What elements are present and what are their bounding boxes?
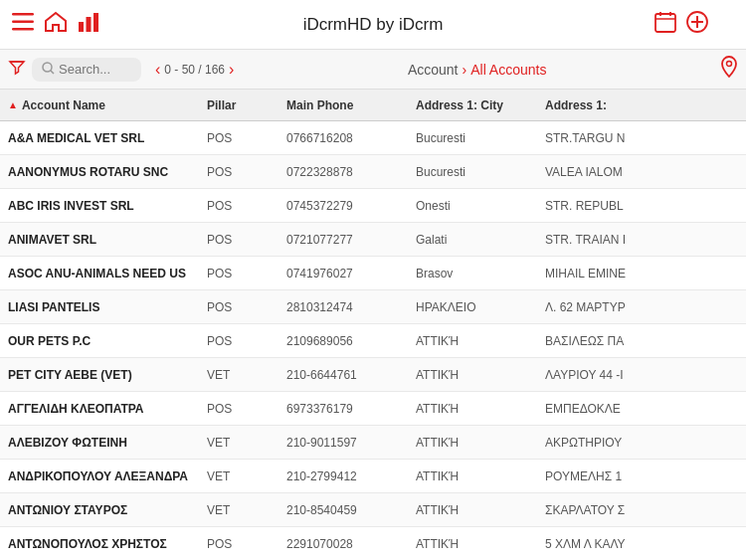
cell-city: ΑΤΤΙΚΉ	[416, 469, 545, 483]
cell-account-name: ΑΛΕΒΙΖΟΥ ΦΩΤΕΙΝΗ	[8, 436, 207, 450]
col-header-city[interactable]: Address 1: City	[416, 98, 545, 112]
cell-phone: 2109689056	[286, 334, 416, 348]
table-row[interactable]: ABC IRIS INVEST SRL POS 0745372279 Onest…	[0, 189, 746, 223]
cell-pillar: POS	[207, 267, 286, 280]
table-body: A&A MEDICAL VET SRL POS 0766716208 Bucur…	[0, 121, 746, 560]
cell-city: Onesti	[416, 199, 545, 213]
cell-city: Bucuresti	[416, 131, 545, 145]
cell-address: ΒΑΣΙΛΕΩΣ ΠΑ	[545, 334, 738, 348]
search-input[interactable]	[59, 62, 138, 77]
col-header-address[interactable]: Address 1:	[545, 98, 738, 112]
table-row[interactable]: ΑΝΔΡΙΚΟΠΟΥΛΟΥ ΑΛΕΞΑΝΔΡΑ VET 210-2799412 …	[0, 460, 746, 493]
cell-address: ΑΚΡΩΤΗΡΙΟΥ	[545, 436, 738, 450]
pagination: ‹ 0 - 50 / 166 ›	[155, 61, 234, 79]
breadcrumb: Account › All Accounts	[240, 62, 714, 78]
calendar-icon[interactable]	[654, 11, 676, 38]
pagination-text: 0 - 50 / 166	[164, 63, 225, 77]
top-nav-bar: iDcrmHD by iDcrm	[0, 0, 746, 50]
cell-account-name: ΑΓΓΕΛΙΔΗ ΚΛΕΟΠΑΤΡΑ	[8, 402, 207, 416]
table-row[interactable]: OUR PETS P.C POS 2109689056 ΑΤΤΙΚΉ ΒΑΣΙΛ…	[0, 324, 746, 358]
next-page-button[interactable]: ›	[229, 61, 234, 79]
cell-phone: 0766716208	[286, 131, 416, 145]
cell-pillar: POS	[207, 199, 286, 213]
cell-phone: 0741976027	[286, 267, 416, 280]
home-icon[interactable]	[44, 11, 68, 38]
cell-city: ΑΤΤΙΚΉ	[416, 537, 545, 551]
cell-phone: 6973376179	[286, 402, 416, 416]
svg-point-14	[43, 63, 52, 72]
cell-pillar: VET	[207, 368, 286, 382]
table-row[interactable]: ΑΝΤΩΝΟΠΟΥΛΟΣ ΧΡΗΣΤΟΣ POS 2291070028 ΑΤΤΙ…	[0, 527, 746, 560]
filter-bar: ‹ 0 - 50 / 166 › Account › All Accounts	[0, 50, 746, 90]
svg-line-15	[51, 71, 54, 74]
cell-account-name: ASOC ANU-ANIMALS NEED US	[8, 267, 207, 280]
table-row[interactable]: PET CITY AEBE (VET) VET 210-6644761 ΑΤΤΙ…	[0, 358, 746, 392]
svg-rect-1	[12, 21, 34, 24]
cell-phone: 210-2799412	[286, 469, 416, 483]
cell-account-name: A&A MEDICAL VET SRL	[8, 131, 207, 145]
svg-rect-2	[12, 28, 34, 31]
cell-phone: 210-9011597	[286, 436, 416, 450]
table-row[interactable]: A&A MEDICAL VET SRL POS 0766716208 Bucur…	[0, 121, 746, 155]
cell-pillar: POS	[207, 334, 286, 348]
cell-pillar: POS	[207, 233, 286, 247]
search-icon	[42, 62, 55, 78]
cell-address: Λ. 62 ΜΑΡΤΥΡ	[545, 300, 738, 314]
cell-phone: 210-8540459	[286, 503, 416, 517]
cell-account-name: LIASI PANTELIS	[8, 300, 207, 314]
cell-address: ΣΚΑΡΛΑΤΟΥ Σ	[545, 503, 738, 517]
table-row[interactable]: AANONYMUS ROTARU SNC POS 0722328878 Bucu…	[0, 155, 746, 189]
table-row[interactable]: ANIMAVET SRL POS 0721077277 Galati STR. …	[0, 223, 746, 257]
nav-left	[12, 11, 92, 38]
col-header-account-name[interactable]: ▲ Account Name	[8, 98, 207, 112]
cell-account-name: ΑΝΤΩΝΙΟΥ ΣΤΑΥΡΟΣ	[8, 503, 207, 517]
cell-phone: 2291070028	[286, 537, 416, 551]
cell-account-name: ΑΝΔΡΙΚΟΠΟΥΛΟΥ ΑΛΕΞΑΝΔΡΑ	[8, 469, 207, 483]
cell-account-name: OUR PETS P.C	[8, 334, 207, 348]
add-icon[interactable]	[686, 11, 708, 38]
cell-phone: 2810312474	[286, 300, 416, 314]
prev-page-button[interactable]: ‹	[155, 61, 160, 79]
app-title: iDcrmHD by iDcrm	[92, 15, 654, 35]
svg-rect-3	[79, 22, 84, 32]
cell-city: ΑΤΤΙΚΉ	[416, 402, 545, 416]
cell-address: STR. REPUBL	[545, 199, 738, 213]
cell-phone: 0745372279	[286, 199, 416, 213]
menu-icon[interactable]	[12, 13, 34, 36]
cell-address: ΕΜΠΕΔΟΚΛΕ	[545, 402, 738, 416]
search-box[interactable]	[32, 58, 141, 82]
cell-address: 5 ΧΛΜ Λ ΚΑΛΥ	[545, 537, 738, 551]
cell-account-name: PET CITY AEBE (VET)	[8, 368, 207, 382]
svg-rect-6	[655, 14, 675, 32]
table-row[interactable]: ΑΛΕΒΙΖΟΥ ΦΩΤΕΙΝΗ VET 210-9011597 ΑΤΤΙΚΉ …	[0, 426, 746, 460]
breadcrumb-parent[interactable]: Account	[408, 62, 459, 78]
cell-city: Bucuresti	[416, 165, 545, 179]
nav-right	[654, 11, 734, 38]
cell-account-name: ABC IRIS INVEST SRL	[8, 199, 207, 213]
cell-account-name: AANONYMUS ROTARU SNC	[8, 165, 207, 179]
sort-icon: ▲	[8, 99, 18, 110]
cell-phone: 210-6644761	[286, 368, 416, 382]
cell-pillar: POS	[207, 300, 286, 314]
location-icon[interactable]	[720, 56, 738, 83]
cell-phone: 0721077277	[286, 233, 416, 247]
cell-city: Galati	[416, 233, 545, 247]
table-row[interactable]: LIASI PANTELIS POS 2810312474 ΗΡΑΚΛΕΙΟ Λ…	[0, 290, 746, 324]
cell-address: ΡΟΥΜΕΛΗΣ 1	[545, 469, 738, 483]
svg-point-16	[727, 62, 732, 67]
cell-city: Brasov	[416, 267, 545, 280]
cell-pillar: POS	[207, 131, 286, 145]
cell-phone: 0722328878	[286, 165, 416, 179]
cell-city: ΑΤΤΙΚΉ	[416, 368, 545, 382]
cell-account-name: ANIMAVET SRL	[8, 233, 207, 247]
col-header-pillar[interactable]: Pillar	[207, 98, 286, 112]
table-row[interactable]: ΑΓΓΕΛΙΔΗ ΚΛΕΟΠΑΤΡΑ POS 6973376179 ΑΤΤΙΚΉ…	[0, 392, 746, 426]
col-header-phone[interactable]: Main Phone	[286, 98, 416, 112]
filter-icon[interactable]	[8, 58, 26, 81]
cell-address: STR. TRAIAN I	[545, 233, 738, 247]
breadcrumb-chevron-icon: ›	[463, 62, 467, 78]
table-row[interactable]: ΑΝΤΩΝΙΟΥ ΣΤΑΥΡΟΣ VET 210-8540459 ΑΤΤΙΚΉ …	[0, 493, 746, 527]
cell-city: ΑΤΤΙΚΉ	[416, 334, 545, 348]
breadcrumb-current[interactable]: All Accounts	[470, 62, 546, 78]
table-row[interactable]: ASOC ANU-ANIMALS NEED US POS 0741976027 …	[0, 257, 746, 290]
